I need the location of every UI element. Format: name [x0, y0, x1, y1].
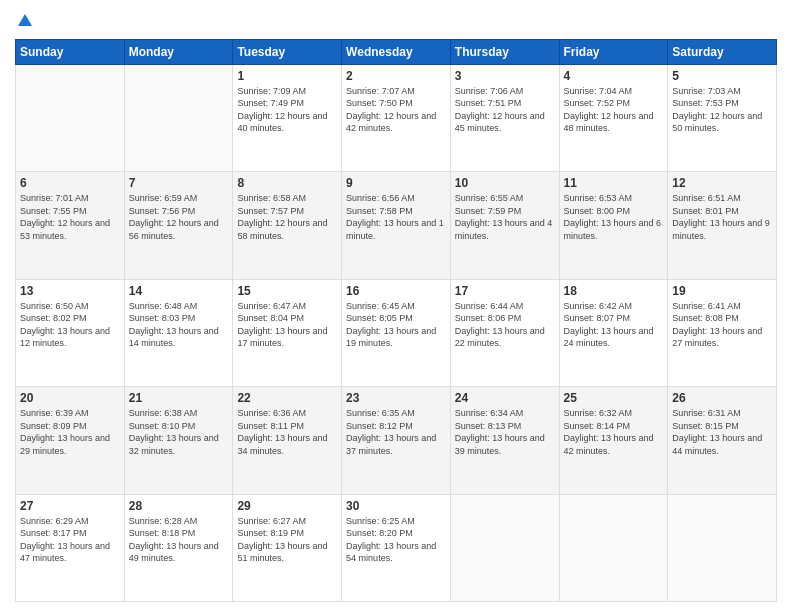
day-info: Sunrise: 6:47 AM Sunset: 8:04 PM Dayligh… [237, 300, 337, 350]
calendar-day-17: 17Sunrise: 6:44 AM Sunset: 8:06 PM Dayli… [450, 279, 559, 386]
weekday-header-tuesday: Tuesday [233, 39, 342, 64]
calendar-day-7: 7Sunrise: 6:59 AM Sunset: 7:56 PM Daylig… [124, 172, 233, 279]
calendar-day-11: 11Sunrise: 6:53 AM Sunset: 8:00 PM Dayli… [559, 172, 668, 279]
day-number: 25 [564, 391, 664, 405]
day-number: 6 [20, 176, 120, 190]
calendar-header-row: SundayMondayTuesdayWednesdayThursdayFrid… [16, 39, 777, 64]
day-info: Sunrise: 7:09 AM Sunset: 7:49 PM Dayligh… [237, 85, 337, 135]
day-info: Sunrise: 7:07 AM Sunset: 7:50 PM Dayligh… [346, 85, 446, 135]
day-info: Sunrise: 6:32 AM Sunset: 8:14 PM Dayligh… [564, 407, 664, 457]
calendar-day-empty [450, 494, 559, 602]
day-info: Sunrise: 6:27 AM Sunset: 8:19 PM Dayligh… [237, 515, 337, 565]
header [15, 10, 777, 31]
svg-marker-0 [18, 14, 32, 26]
day-info: Sunrise: 7:01 AM Sunset: 7:55 PM Dayligh… [20, 192, 120, 242]
calendar-day-18: 18Sunrise: 6:42 AM Sunset: 8:07 PM Dayli… [559, 279, 668, 386]
day-number: 27 [20, 499, 120, 513]
day-number: 8 [237, 176, 337, 190]
calendar-day-empty [559, 494, 668, 602]
calendar-day-20: 20Sunrise: 6:39 AM Sunset: 8:09 PM Dayli… [16, 387, 125, 494]
logo-text [15, 10, 34, 31]
day-info: Sunrise: 7:06 AM Sunset: 7:51 PM Dayligh… [455, 85, 555, 135]
calendar-day-5: 5Sunrise: 7:03 AM Sunset: 7:53 PM Daylig… [668, 64, 777, 171]
day-info: Sunrise: 6:50 AM Sunset: 8:02 PM Dayligh… [20, 300, 120, 350]
calendar-day-9: 9Sunrise: 6:56 AM Sunset: 7:58 PM Daylig… [342, 172, 451, 279]
day-number: 10 [455, 176, 555, 190]
calendar-day-14: 14Sunrise: 6:48 AM Sunset: 8:03 PM Dayli… [124, 279, 233, 386]
calendar-week-row: 20Sunrise: 6:39 AM Sunset: 8:09 PM Dayli… [16, 387, 777, 494]
calendar-day-empty [124, 64, 233, 171]
calendar-day-29: 29Sunrise: 6:27 AM Sunset: 8:19 PM Dayli… [233, 494, 342, 602]
day-info: Sunrise: 6:42 AM Sunset: 8:07 PM Dayligh… [564, 300, 664, 350]
calendar-day-26: 26Sunrise: 6:31 AM Sunset: 8:15 PM Dayli… [668, 387, 777, 494]
calendar-day-empty [668, 494, 777, 602]
day-number: 14 [129, 284, 229, 298]
day-info: Sunrise: 6:29 AM Sunset: 8:17 PM Dayligh… [20, 515, 120, 565]
calendar-day-4: 4Sunrise: 7:04 AM Sunset: 7:52 PM Daylig… [559, 64, 668, 171]
day-number: 2 [346, 69, 446, 83]
day-info: Sunrise: 6:59 AM Sunset: 7:56 PM Dayligh… [129, 192, 229, 242]
logo [15, 10, 34, 31]
day-number: 29 [237, 499, 337, 513]
logo-icon [16, 12, 34, 30]
day-info: Sunrise: 6:36 AM Sunset: 8:11 PM Dayligh… [237, 407, 337, 457]
calendar-day-30: 30Sunrise: 6:25 AM Sunset: 8:20 PM Dayli… [342, 494, 451, 602]
day-number: 18 [564, 284, 664, 298]
day-number: 26 [672, 391, 772, 405]
day-number: 11 [564, 176, 664, 190]
day-number: 23 [346, 391, 446, 405]
day-number: 24 [455, 391, 555, 405]
calendar-day-2: 2Sunrise: 7:07 AM Sunset: 7:50 PM Daylig… [342, 64, 451, 171]
calendar-day-24: 24Sunrise: 6:34 AM Sunset: 8:13 PM Dayli… [450, 387, 559, 494]
day-info: Sunrise: 6:25 AM Sunset: 8:20 PM Dayligh… [346, 515, 446, 565]
day-info: Sunrise: 6:38 AM Sunset: 8:10 PM Dayligh… [129, 407, 229, 457]
weekday-header-monday: Monday [124, 39, 233, 64]
day-info: Sunrise: 6:28 AM Sunset: 8:18 PM Dayligh… [129, 515, 229, 565]
calendar-week-row: 27Sunrise: 6:29 AM Sunset: 8:17 PM Dayli… [16, 494, 777, 602]
calendar-day-27: 27Sunrise: 6:29 AM Sunset: 8:17 PM Dayli… [16, 494, 125, 602]
day-info: Sunrise: 6:55 AM Sunset: 7:59 PM Dayligh… [455, 192, 555, 242]
day-info: Sunrise: 6:41 AM Sunset: 8:08 PM Dayligh… [672, 300, 772, 350]
calendar-day-28: 28Sunrise: 6:28 AM Sunset: 8:18 PM Dayli… [124, 494, 233, 602]
day-number: 9 [346, 176, 446, 190]
page: SundayMondayTuesdayWednesdayThursdayFrid… [0, 0, 792, 612]
calendar-day-19: 19Sunrise: 6:41 AM Sunset: 8:08 PM Dayli… [668, 279, 777, 386]
day-info: Sunrise: 6:45 AM Sunset: 8:05 PM Dayligh… [346, 300, 446, 350]
day-info: Sunrise: 6:35 AM Sunset: 8:12 PM Dayligh… [346, 407, 446, 457]
day-number: 4 [564, 69, 664, 83]
weekday-header-wednesday: Wednesday [342, 39, 451, 64]
calendar-week-row: 1Sunrise: 7:09 AM Sunset: 7:49 PM Daylig… [16, 64, 777, 171]
day-number: 30 [346, 499, 446, 513]
calendar-day-1: 1Sunrise: 7:09 AM Sunset: 7:49 PM Daylig… [233, 64, 342, 171]
day-number: 28 [129, 499, 229, 513]
day-info: Sunrise: 6:48 AM Sunset: 8:03 PM Dayligh… [129, 300, 229, 350]
weekday-header-friday: Friday [559, 39, 668, 64]
calendar-day-6: 6Sunrise: 7:01 AM Sunset: 7:55 PM Daylig… [16, 172, 125, 279]
weekday-header-sunday: Sunday [16, 39, 125, 64]
calendar-day-8: 8Sunrise: 6:58 AM Sunset: 7:57 PM Daylig… [233, 172, 342, 279]
day-info: Sunrise: 6:39 AM Sunset: 8:09 PM Dayligh… [20, 407, 120, 457]
day-number: 16 [346, 284, 446, 298]
day-info: Sunrise: 6:31 AM Sunset: 8:15 PM Dayligh… [672, 407, 772, 457]
day-number: 7 [129, 176, 229, 190]
day-info: Sunrise: 7:03 AM Sunset: 7:53 PM Dayligh… [672, 85, 772, 135]
day-number: 12 [672, 176, 772, 190]
calendar-day-23: 23Sunrise: 6:35 AM Sunset: 8:12 PM Dayli… [342, 387, 451, 494]
calendar-day-empty [16, 64, 125, 171]
calendar-day-25: 25Sunrise: 6:32 AM Sunset: 8:14 PM Dayli… [559, 387, 668, 494]
calendar-day-15: 15Sunrise: 6:47 AM Sunset: 8:04 PM Dayli… [233, 279, 342, 386]
weekday-header-thursday: Thursday [450, 39, 559, 64]
day-info: Sunrise: 7:04 AM Sunset: 7:52 PM Dayligh… [564, 85, 664, 135]
calendar-day-21: 21Sunrise: 6:38 AM Sunset: 8:10 PM Dayli… [124, 387, 233, 494]
day-number: 13 [20, 284, 120, 298]
day-number: 5 [672, 69, 772, 83]
day-info: Sunrise: 6:56 AM Sunset: 7:58 PM Dayligh… [346, 192, 446, 242]
day-info: Sunrise: 6:34 AM Sunset: 8:13 PM Dayligh… [455, 407, 555, 457]
calendar-day-12: 12Sunrise: 6:51 AM Sunset: 8:01 PM Dayli… [668, 172, 777, 279]
day-info: Sunrise: 6:44 AM Sunset: 8:06 PM Dayligh… [455, 300, 555, 350]
day-info: Sunrise: 6:53 AM Sunset: 8:00 PM Dayligh… [564, 192, 664, 242]
day-number: 20 [20, 391, 120, 405]
day-number: 1 [237, 69, 337, 83]
calendar-table: SundayMondayTuesdayWednesdayThursdayFrid… [15, 39, 777, 602]
calendar-day-16: 16Sunrise: 6:45 AM Sunset: 8:05 PM Dayli… [342, 279, 451, 386]
